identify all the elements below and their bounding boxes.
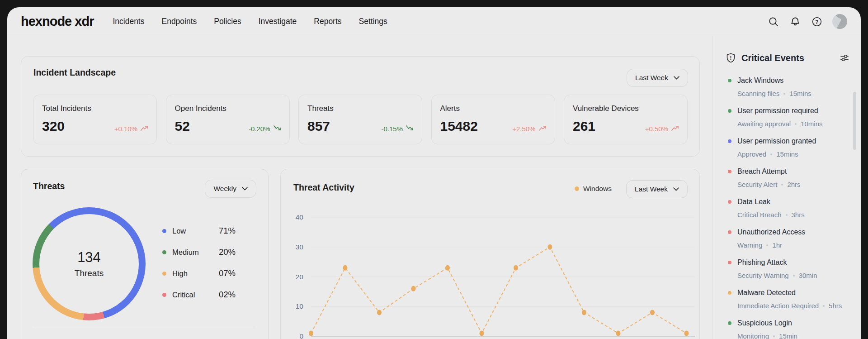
legend-label: Critical [172, 291, 195, 299]
critical-event-item[interactable]: User permission granted Approved 15mins [713, 137, 861, 167]
critical-events-title: Critical Events [741, 53, 804, 63]
event-subtext: Security Warning 30min [737, 271, 852, 280]
donut-legend-row[interactable]: Low 71% [162, 224, 236, 237]
donut-center-value: 134 [77, 249, 101, 266]
help-icon[interactable]: ? [811, 15, 823, 28]
chevron-down-icon [242, 187, 248, 191]
donut-legend-row[interactable]: High 07% [162, 267, 236, 280]
legend-label: Windows [583, 185, 612, 193]
event-title: Malware Detected [737, 288, 852, 297]
event-subtext: Immediate Action Required 5hrs [737, 301, 852, 310]
user-avatar[interactable] [832, 14, 847, 29]
stat-label: Open Incidents [175, 104, 226, 113]
event-subtext: Critical Breach 3hrs [737, 210, 852, 219]
search-icon[interactable] [767, 15, 779, 28]
severity-dot [728, 170, 731, 173]
event-status: Monitoring [737, 332, 769, 339]
stat-card[interactable]: Open Incidents 52 -0.20% [166, 95, 290, 144]
stat-card[interactable]: Threats 857 -0.15% [298, 95, 422, 144]
nav-item[interactable]: Policies [214, 17, 241, 26]
legend-dot [162, 250, 166, 254]
severity-dot [728, 109, 731, 113]
stat-value: 15482 [440, 119, 478, 134]
event-title: Breach Attempt [737, 167, 852, 176]
incident-landscape-range-dropdown[interactable]: Last Week [627, 69, 688, 87]
critical-event-item[interactable]: Data Leak Critical Breach 3hrs [713, 197, 861, 228]
stats-row: Total Incidents 320 +0.10% Open Incident… [33, 95, 688, 144]
event-title: Data Leak [737, 197, 852, 206]
critical-event-item[interactable]: Phishing Attack Security Warning 30min [713, 258, 861, 288]
event-title: Unauthorized Access [737, 228, 852, 237]
filter-tune-icon[interactable] [840, 53, 849, 63]
donut-legend-row[interactable]: Medium 20% [162, 246, 236, 258]
stat-value: 320 [42, 119, 65, 134]
donut-legend-row[interactable]: Critical 02% [162, 288, 236, 301]
event-status: Security Alert [737, 180, 777, 189]
nav-item[interactable]: Endpoints [161, 17, 197, 26]
dot-separator-icon [786, 214, 788, 216]
stat-delta: +0.10% [114, 125, 148, 133]
threats-range-dropdown[interactable]: Weekly [205, 180, 256, 198]
threats-title: Threats [33, 181, 65, 191]
stat-value: 52 [175, 119, 190, 134]
stat-card[interactable]: Alerts 15482 +2.50% [431, 95, 555, 144]
severity-dot [728, 230, 731, 234]
event-time: 15min [779, 332, 797, 339]
critical-event-item[interactable]: Suspicious Login Monitoring 15min [713, 319, 861, 339]
event-status: Scanning files [737, 89, 779, 98]
dot-separator-icon [766, 244, 768, 246]
nav-item[interactable]: Investigate [259, 17, 297, 26]
stat-delta: -0.20% [249, 125, 281, 133]
event-time: 3hrs [792, 210, 805, 219]
stat-card[interactable]: Total Incidents 320 +0.10% [33, 95, 157, 144]
trend-arrow-icon [274, 125, 281, 133]
threat-activity-range-dropdown[interactable]: Last Week [626, 180, 688, 198]
incident-landscape-card: Incident Landscape Last Week Total Incid… [21, 56, 700, 157]
stat-delta-text: +0.10% [114, 125, 137, 133]
stat-card[interactable]: Vulnerable Devices 261 +0.50% [564, 95, 688, 144]
stat-label: Total Incidents [42, 104, 91, 113]
severity-dot [728, 261, 731, 264]
event-subtext: Warning 1hr [737, 241, 852, 249]
critical-event-item[interactable]: Breach Attempt Security Alert 2hrs [713, 167, 861, 197]
svg-text:40: 40 [296, 213, 304, 221]
event-title: User permission required [737, 106, 852, 115]
dot-separator-icon [773, 335, 775, 337]
notifications-bell-icon[interactable] [789, 15, 801, 28]
range-dropdown-label: Weekly [213, 185, 236, 193]
event-time: 15mins [776, 150, 798, 158]
range-dropdown-label: Last Week [635, 74, 668, 82]
divider [33, 327, 255, 327]
sidebar-scrollbar[interactable] [853, 92, 856, 150]
stat-delta: +2.50% [512, 125, 546, 133]
stat-label: Vulnerable Devices [573, 104, 639, 113]
nav-item[interactable]: Settings [359, 17, 387, 26]
stat-delta-text: +0.50% [645, 125, 668, 133]
legend-dot [162, 229, 166, 233]
event-status: Immediate Action Required [737, 301, 819, 310]
threat-activity-legend: Windows [575, 180, 612, 197]
severity-dot [728, 79, 731, 82]
stat-delta-text: -0.20% [249, 125, 270, 133]
nav-item[interactable]: Incidents [113, 17, 144, 26]
critical-events-list: Jack Windows Scanning files 15mins User … [713, 76, 861, 339]
event-status: Awaiting approval [737, 119, 791, 128]
critical-event-item[interactable]: User permission required Awaiting approv… [713, 106, 861, 137]
event-time: 1hr [772, 241, 782, 249]
event-status: Security Warning [737, 271, 789, 280]
critical-event-item[interactable]: Unauthorized Access Warning 1hr [713, 228, 861, 258]
event-status: Warning [737, 241, 762, 249]
event-title: Jack Windows [737, 76, 852, 85]
threats-card: Threats Weekly 134 Threats Low 71% Mediu… [21, 169, 269, 339]
event-time: 2hrs [787, 180, 800, 189]
critical-events-sidebar: ! Critical Events Jack Windows Scanning … [712, 36, 861, 339]
event-title: Phishing Attack [737, 258, 852, 267]
critical-event-item[interactable]: Jack Windows Scanning files 15mins [713, 76, 861, 106]
stat-value: 261 [573, 119, 595, 134]
svg-text:0: 0 [299, 332, 303, 339]
event-subtext: Approved 15mins [737, 150, 852, 158]
event-time: 10mins [801, 119, 822, 128]
critical-event-item[interactable]: Malware Detected Immediate Action Requir… [713, 288, 861, 319]
nav-item[interactable]: Reports [314, 17, 341, 26]
top-navigation-bar: hexnode xdr Incidents Endpoints Policies… [7, 7, 861, 36]
